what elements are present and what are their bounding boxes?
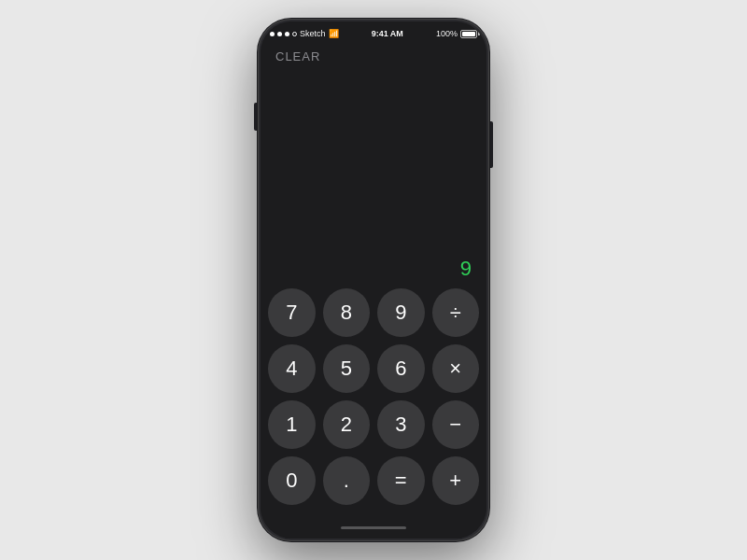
key-2[interactable]: 2 xyxy=(323,400,371,449)
key-equals[interactable]: = xyxy=(377,456,425,505)
key-7[interactable]: 7 xyxy=(268,288,316,337)
wifi-icon: 📶 xyxy=(329,29,339,38)
key-0[interactable]: 0 xyxy=(268,456,316,505)
key-3[interactable]: 3 xyxy=(377,400,425,449)
battery-fill xyxy=(462,32,475,36)
keypad-row-1: 7 8 9 ÷ xyxy=(268,288,479,337)
key-1[interactable]: 1 xyxy=(268,400,316,449)
top-bar: CLEAR xyxy=(261,42,486,67)
clear-button[interactable]: CLEAR xyxy=(275,49,320,63)
keypad: 7 8 9 ÷ 4 5 6 × 1 2 3 − xyxy=(261,288,486,520)
signal-dot-2 xyxy=(277,32,282,36)
status-left: Sketch 📶 xyxy=(270,29,339,38)
home-indicator xyxy=(261,520,486,539)
key-5[interactable]: 5 xyxy=(323,344,371,393)
status-right: 100% xyxy=(436,29,477,38)
carrier-label: Sketch xyxy=(300,29,326,38)
key-divide[interactable]: ÷ xyxy=(432,288,480,337)
battery-icon xyxy=(460,30,477,38)
key-multiply[interactable]: × xyxy=(432,344,480,393)
signal-dot-3 xyxy=(285,32,289,36)
keypad-row-2: 4 5 6 × xyxy=(268,344,479,393)
key-6[interactable]: 6 xyxy=(377,344,425,393)
signal-dot-4 xyxy=(292,32,297,36)
key-4[interactable]: 4 xyxy=(268,344,316,393)
key-9[interactable]: 9 xyxy=(377,288,425,337)
display-value: 9 xyxy=(460,257,472,281)
key-decimal[interactable]: . xyxy=(323,456,371,505)
signal-dot-1 xyxy=(270,32,275,36)
phone-screen: Sketch 📶 9:41 AM 100% CLEAR 9 xyxy=(261,21,486,539)
calculator-app: CLEAR 9 7 8 9 ÷ 4 5 6 × xyxy=(261,42,486,539)
phone-frame: Sketch 📶 9:41 AM 100% CLEAR 9 xyxy=(258,19,489,541)
home-bar xyxy=(341,526,406,529)
key-add[interactable]: + xyxy=(432,456,480,505)
key-subtract[interactable]: − xyxy=(432,400,480,449)
key-8[interactable]: 8 xyxy=(323,288,371,337)
display-area: 9 xyxy=(261,67,486,288)
status-time: 9:41 AM xyxy=(372,29,403,38)
battery-percentage: 100% xyxy=(436,29,458,38)
keypad-row-3: 1 2 3 − xyxy=(268,400,479,449)
status-bar: Sketch 📶 9:41 AM 100% xyxy=(261,21,486,42)
keypad-row-4: 0 . = + xyxy=(268,456,479,505)
